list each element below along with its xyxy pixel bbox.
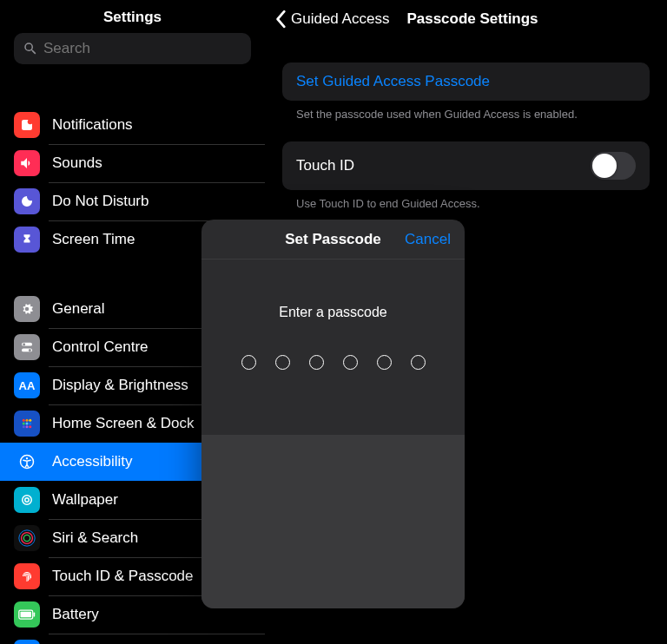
- passcode-dot: [343, 355, 358, 370]
- svg-point-13: [26, 425, 29, 428]
- passcode-dot: [309, 355, 324, 370]
- svg-point-1: [28, 119, 33, 124]
- notifications-icon: [14, 112, 40, 138]
- svg-point-6: [23, 419, 25, 422]
- passcode-dot: [377, 355, 392, 370]
- sidebar-item-privacy[interactable]: Privacy: [0, 634, 265, 644]
- sidebar-item-sounds[interactable]: Sounds: [0, 144, 265, 182]
- svg-point-17: [25, 498, 30, 503]
- sidebar-item-label: Siri & Search: [52, 529, 138, 547]
- set-passcode-group: Set Guided Access Passcode: [282, 62, 650, 101]
- back-button[interactable]: Guided Access: [275, 10, 389, 29]
- sidebar-item-label: Notifications: [52, 116, 133, 134]
- set-passcode-modal: Set Passcode Cancel Enter a passcode: [201, 220, 465, 608]
- set-guided-access-passcode[interactable]: Set Guided Access Passcode: [282, 62, 650, 101]
- sidebar-item-label: Home Screen & Dock: [52, 415, 194, 432]
- sidebar-item-label: Wallpaper: [52, 491, 118, 509]
- svg-point-5: [29, 349, 31, 352]
- cell-label: Set Guided Access Passcode: [296, 73, 490, 90]
- wallpaper-icon: [14, 487, 40, 513]
- svg-point-8: [29, 419, 31, 422]
- passcode-dots: [201, 355, 465, 370]
- sidebar-item-dnd[interactable]: Do Not Disturb: [0, 182, 265, 220]
- passcode-dot: [411, 355, 426, 370]
- switch-thumb: [592, 154, 617, 178]
- sidebar-item-label: Screen Time: [52, 231, 135, 248]
- back-label: Guided Access: [291, 10, 389, 28]
- touchid-group: Touch ID: [282, 141, 650, 190]
- search-field[interactable]: [14, 33, 251, 64]
- sidebar-item-label: Display & Brightness: [52, 377, 188, 394]
- siri-icon: [14, 525, 40, 551]
- sounds-icon: [14, 150, 40, 176]
- search-icon: [23, 41, 38, 56]
- detail-nav: Guided Access Passcode Settings: [265, 0, 667, 38]
- accessibility-icon: [14, 449, 40, 475]
- modal-header: Set Passcode Cancel: [201, 220, 465, 260]
- svg-point-12: [23, 425, 25, 428]
- search-input[interactable]: [43, 40, 242, 57]
- svg-point-14: [29, 425, 31, 428]
- sidebar-item-label: Accessibility: [52, 453, 133, 470]
- battery-icon: [14, 601, 40, 628]
- detail-title: Passcode Settings: [406, 10, 538, 28]
- fingerprint-icon: [14, 563, 40, 589]
- touchid-cell: Touch ID: [282, 141, 650, 190]
- passcode-dot: [241, 355, 256, 370]
- sidebar-item-label: Do Not Disturb: [52, 193, 149, 210]
- touchid-switch[interactable]: [591, 152, 636, 180]
- chevron-left-icon: [275, 10, 287, 29]
- moon-icon: [14, 188, 40, 214]
- modal-keypad-area[interactable]: [201, 435, 465, 608]
- svg-point-7: [26, 419, 29, 422]
- svg-point-21: [23, 535, 30, 541]
- svg-point-11: [29, 423, 31, 425]
- set-passcode-footer: Set the passcode used when Guided Access…: [282, 101, 650, 121]
- grid-icon: [14, 411, 40, 437]
- sidebar-item-label: Battery: [52, 606, 99, 623]
- svg-point-18: [23, 496, 32, 505]
- sidebar-item-label: Touch ID & Passcode: [52, 568, 194, 585]
- cancel-button[interactable]: Cancel: [405, 231, 451, 248]
- passcode-dot: [275, 355, 290, 370]
- svg-point-4: [23, 343, 25, 345]
- gear-icon: [14, 296, 40, 322]
- sidebar-item-notifications[interactable]: Notifications: [0, 106, 265, 144]
- hourglass-icon: [14, 227, 40, 253]
- sidebar-item-label: Control Centre: [52, 338, 149, 356]
- svg-point-9: [23, 423, 25, 425]
- svg-point-10: [26, 423, 29, 425]
- sidebar-title: Settings: [14, 9, 251, 26]
- text-size-icon: AA: [14, 372, 40, 398]
- svg-point-16: [26, 457, 28, 459]
- toggles-icon: [14, 334, 40, 360]
- svg-point-20: [22, 533, 33, 544]
- cell-label: Touch ID: [296, 157, 354, 174]
- sidebar-item-label: General: [52, 300, 104, 318]
- touchid-footer: Use Touch ID to end Guided Access.: [282, 190, 650, 210]
- modal-prompt: Enter a passcode: [201, 305, 465, 320]
- svg-rect-24: [34, 613, 36, 617]
- sidebar-item-label: Sounds: [52, 154, 102, 172]
- hand-icon: [14, 640, 40, 644]
- svg-rect-23: [21, 612, 32, 618]
- modal-title: Set Passcode: [285, 231, 381, 248]
